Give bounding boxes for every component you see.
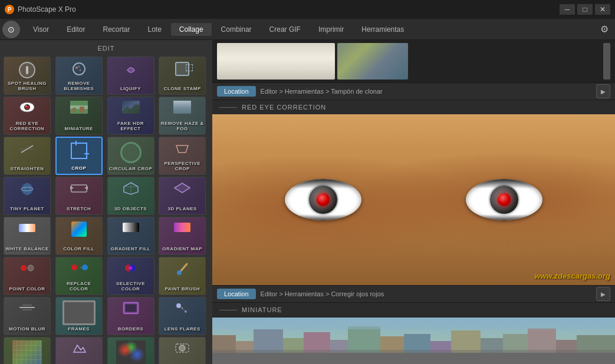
tool-color-fill[interactable]: COLOR FILL	[55, 217, 103, 255]
tab-editor[interactable]: Editor	[58, 23, 93, 36]
tool-label: WHITE BALANCE	[5, 246, 49, 252]
right-eye	[466, 179, 542, 220]
right-eye-unit	[466, 179, 542, 220]
tool-white-balance[interactable]: WHITE BALANCE	[4, 217, 51, 255]
tool-label: FAKE HDR EFFECT	[109, 121, 153, 132]
miniature-image	[212, 317, 615, 364]
location-path: Editor > Herramientas > Tampón de clonar	[261, 88, 383, 95]
tool-straighten[interactable]: STRAIGHTEN	[4, 137, 51, 175]
tool-crop[interactable]: CROP	[55, 137, 103, 175]
minimize-button[interactable]: ─	[560, 4, 575, 15]
tool-circular-crop[interactable]: CIRCULAR CROP	[107, 137, 154, 175]
svg-point-7	[25, 105, 27, 107]
spot-icon	[19, 62, 35, 78]
svg-rect-33	[174, 223, 190, 232]
tab-imprimir[interactable]: Imprimir	[310, 23, 352, 36]
tool-perspective-crop[interactable]: PERSPECTIVE CROP	[159, 137, 206, 175]
play-button[interactable]: ▶	[596, 287, 610, 301]
iris	[490, 186, 518, 214]
tool-liquify[interactable]: LIQUIFY	[107, 57, 154, 95]
tool-tiny-planet[interactable]: TINY PLANET	[4, 177, 51, 215]
settings-button[interactable]: ⚙	[596, 21, 613, 38]
svg-line-42	[180, 264, 187, 272]
tool-label: REMOVE BLEMISHES	[57, 81, 101, 92]
miniature-icon	[70, 101, 88, 114]
tab-collage[interactable]: Collage	[171, 23, 212, 36]
tab-herramientas[interactable]: Herramientas	[353, 23, 412, 36]
tool-3d-objects[interactable]: 3D OBJECTS	[107, 177, 154, 215]
maximize-button[interactable]: □	[577, 4, 593, 15]
close-button[interactable]: ✕	[595, 4, 610, 15]
svg-rect-31	[19, 224, 35, 232]
thumbnail-item[interactable]	[337, 43, 408, 80]
tool-replace-color[interactable]: → REPLACE COLOR	[55, 257, 103, 295]
tool-draw[interactable]: DRAW	[55, 337, 103, 364]
tool-frames[interactable]: FRAMES	[55, 297, 103, 335]
thumbnail-strip	[212, 40, 615, 82]
section-divider	[219, 107, 237, 108]
svg-marker-18	[176, 145, 188, 153]
motion-blur-icon	[19, 302, 35, 313]
svg-rect-32	[123, 223, 139, 232]
3d-planes-icon	[173, 182, 191, 195]
tool-motion-blur[interactable]: MOTION BLUR	[4, 297, 51, 335]
svg-point-41	[129, 266, 132, 270]
tool-selective-color[interactable]: SELECTIVE COLOR	[107, 257, 154, 295]
tool-label: 3D OBJECTS	[109, 206, 153, 212]
tab-recortar[interactable]: Recortar	[94, 23, 138, 36]
tool-remove-blemishes[interactable]: REMOVE BLEMISHES	[55, 57, 103, 95]
tool-grid: SPOT HEALING BRUSH REMOVE BLEMISHES	[0, 55, 212, 364]
location-button[interactable]: Location	[217, 289, 256, 299]
tool-remove-haze[interactable]: REMOVE HAZE & FOG	[159, 97, 206, 135]
tool-paint-brush[interactable]: PAINT BRUSH	[159, 257, 206, 295]
svg-marker-30	[175, 183, 190, 193]
tool-borders[interactable]: BORDERS	[107, 297, 154, 335]
location-path: Editor > Herramientas > Corregir ojos ro…	[261, 290, 384, 297]
tool-3d-planes[interactable]: 3D PLANES	[159, 177, 206, 215]
tool-object-mask[interactable]: OBJECT MASK	[159, 337, 206, 364]
tool-clone-stamp[interactable]: CLONE STAMP	[159, 57, 206, 95]
svg-rect-74	[212, 350, 615, 364]
stretch-icon	[70, 182, 88, 194]
circular-crop-icon	[120, 142, 142, 163]
gradient-fill-icon	[123, 221, 139, 233]
tab-combinar[interactable]: Combinar	[213, 23, 260, 36]
thumbnail-item[interactable]	[217, 43, 335, 80]
tool-label: STRAIGHTEN	[5, 166, 49, 172]
location-bar-clone: Location Editor > Herramientas > Tampón …	[212, 82, 615, 100]
section-divider	[219, 310, 237, 310]
tab-lote[interactable]: Lote	[140, 23, 170, 36]
lens-flares-icon	[174, 301, 190, 314]
clone-icon	[175, 62, 189, 76]
location-button[interactable]: Location	[217, 86, 256, 97]
remove-blemish-icon	[71, 61, 87, 77]
svg-point-52	[182, 307, 183, 309]
tool-label: MOTION BLUR	[5, 326, 49, 332]
edit-title: EDIT	[0, 40, 212, 55]
svg-rect-15	[173, 101, 191, 114]
tool-gradient-fill[interactable]: GRADIENT FILL	[107, 217, 154, 255]
tool-miniature[interactable]: MINIATURE	[55, 97, 103, 135]
tool-scatter[interactable]: SCATTER	[107, 337, 154, 364]
tool-red-eye[interactable]: RED EYE CORRECTION	[4, 97, 51, 135]
red-pupil	[498, 193, 511, 206]
bottom-lashes	[285, 214, 361, 220]
tool-spot-healing[interactable]: SPOT HEALING BRUSH	[4, 57, 51, 95]
tool-stretch[interactable]: STRETCH	[55, 177, 103, 215]
tab-visor[interactable]: Visor	[25, 23, 57, 36]
tool-label: SELECTIVE COLOR	[109, 281, 153, 292]
app-icon: P	[5, 5, 14, 14]
tool-mosaic[interactable]: MOSAIC	[4, 337, 51, 364]
crop-icon	[71, 143, 87, 159]
tool-fake-hdr[interactable]: FAKE HDR EFFECT	[107, 97, 154, 135]
tab-crear-gif[interactable]: Crear GIF	[261, 23, 309, 36]
tool-label: PAINT BRUSH	[160, 286, 204, 292]
play-button[interactable]: ▶	[596, 84, 610, 98]
app-logo: ⊙	[2, 21, 20, 38]
tool-lens-flares[interactable]: LENS FLARES	[159, 297, 206, 335]
section-title-text: RED EYE CORRECTION	[242, 104, 326, 111]
right-panel: Location Editor > Herramientas > Tampón …	[212, 40, 615, 364]
tool-point-color[interactable]: POINT COLOR	[4, 257, 51, 295]
3d-objects-icon	[123, 181, 139, 196]
tool-gradient-map[interactable]: GRADIENT MAP	[159, 217, 206, 255]
